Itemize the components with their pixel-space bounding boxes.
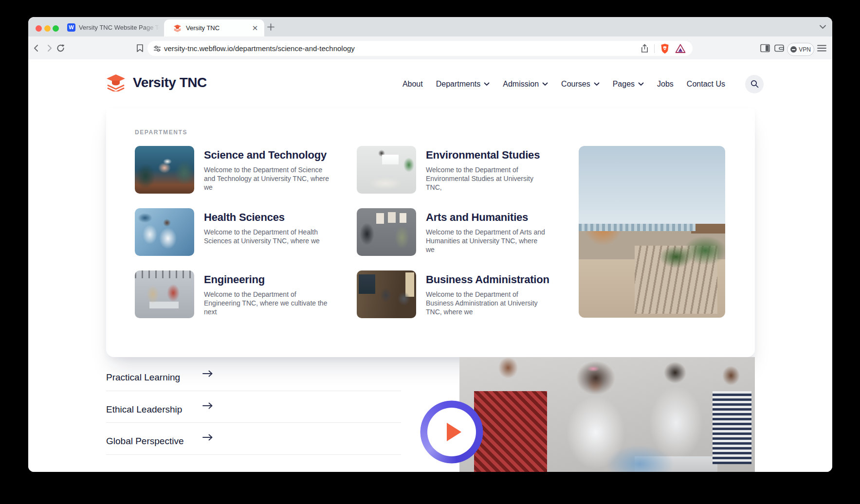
engineering-thumbnail xyxy=(135,270,194,318)
department-title: Science and Technology xyxy=(204,149,331,162)
video-play-button[interactable] xyxy=(427,408,476,456)
nav-pages[interactable]: Pages xyxy=(613,80,644,89)
business-administration-thumbnail xyxy=(357,270,416,318)
menu-hamburger-icon[interactable] xyxy=(817,44,826,52)
nav-courses[interactable]: Courses xyxy=(561,80,600,89)
departments-dropdown-panel: DEPARTMENTS Science and Technology Welco… xyxy=(106,108,755,357)
departments-grid: Science and Technology Welcome to the De… xyxy=(135,146,579,318)
feature-row-global-perspective[interactable]: Global Perspective xyxy=(106,423,401,455)
toolbar-divider xyxy=(654,44,655,53)
tab-title: Versity TNC xyxy=(186,24,251,32)
dropdown-item-health-sciences[interactable]: Health Sciences Welcome to the Departmen… xyxy=(135,208,357,256)
macos-minimize-button[interactable] xyxy=(44,25,51,32)
url-bar[interactable]: versity-tnc.webflow.io/departments/scien… xyxy=(147,41,693,56)
search-button[interactable] xyxy=(745,75,764,93)
share-icon[interactable] xyxy=(640,44,649,53)
sidebar-toggle-icon[interactable] xyxy=(760,44,770,52)
browser-window: W Versity TNC Website Page Templ Versity… xyxy=(28,17,832,472)
webpage-viewport: Versity TNC About Departments Admission … xyxy=(28,59,832,472)
chevron-down-icon xyxy=(638,82,644,86)
tab-active[interactable]: Versity TNC ✕ xyxy=(164,19,264,36)
main-nav: About Departments Admission Courses Page… xyxy=(403,59,725,108)
new-tab-icon[interactable] xyxy=(267,23,275,31)
search-icon xyxy=(750,80,759,88)
department-title: Health Sciences xyxy=(204,211,331,224)
health-sciences-thumbnail xyxy=(135,208,194,256)
dropdown-item-science-and-technology[interactable]: Science and Technology Welcome to the De… xyxy=(135,146,357,194)
environmental-studies-thumbnail xyxy=(357,146,416,194)
nav-contact-us[interactable]: Contact Us xyxy=(687,80,725,89)
chevron-down-icon xyxy=(484,82,490,86)
feature-row-innovation[interactable]: Innovation and Entrepreneurship xyxy=(106,455,401,472)
reload-icon[interactable] xyxy=(56,43,65,53)
dropdown-label: DEPARTMENTS xyxy=(135,129,187,136)
screenshot-stage: W Versity TNC Website Page Templ Versity… xyxy=(0,0,860,504)
arrow-right-icon xyxy=(202,402,213,409)
forward-icon[interactable] xyxy=(45,44,54,53)
nav-departments[interactable]: Departments xyxy=(436,80,490,89)
back-icon[interactable] xyxy=(32,44,41,53)
brand-name: Versity TNC xyxy=(133,75,207,90)
department-title: Arts and Humanities xyxy=(426,211,547,224)
department-description: Welcome to the Department of Environment… xyxy=(426,165,547,192)
vpn-label: VPN xyxy=(799,46,811,53)
versity-logo-icon xyxy=(106,74,126,91)
nav-jobs[interactable]: Jobs xyxy=(657,80,674,89)
feature-row-ethical-leadership[interactable]: Ethical Leadership xyxy=(106,391,401,423)
department-description: Welcome to the Department of Health Scie… xyxy=(204,228,331,245)
features-list: Practical Learning Ethical Leadership Gl… xyxy=(106,359,401,472)
arrow-right-icon xyxy=(202,434,213,441)
tab-bar: W Versity TNC Website Page Templ Versity… xyxy=(28,17,832,36)
department-description: Welcome to the Department of Engineering… xyxy=(204,290,331,316)
site-logo[interactable]: Versity TNC xyxy=(106,74,207,91)
site-header: Versity TNC About Departments Admission … xyxy=(28,59,832,108)
tab-title: Versity TNC Website Page Templ xyxy=(79,24,160,31)
webflow-favicon-icon: W xyxy=(67,23,75,32)
macos-close-button[interactable] xyxy=(36,25,42,32)
department-description: Welcome to the Department of Arts and Hu… xyxy=(426,228,547,254)
arts-and-humanities-thumbnail xyxy=(357,208,416,256)
browser-toolbar: versity-tnc.webflow.io/departments/scien… xyxy=(28,36,832,59)
science-and-technology-thumbnail xyxy=(135,146,194,194)
arrow-right-icon xyxy=(202,370,213,377)
site-settings-tune-icon[interactable] xyxy=(153,44,162,53)
tab-inactive[interactable]: W Versity TNC Website Page Templ xyxy=(67,21,160,34)
campus-photo xyxy=(579,146,725,318)
nav-admission[interactable]: Admission xyxy=(503,80,548,89)
hero-video-image[interactable] xyxy=(459,357,755,472)
dropdown-item-business-administration[interactable]: Business Administration Welcome to the D… xyxy=(357,270,579,318)
feature-row-practical-learning[interactable]: Practical Learning xyxy=(106,359,401,391)
brave-shield-icon[interactable] xyxy=(660,43,670,54)
chevron-down-icon xyxy=(594,82,600,86)
dropdown-item-arts-and-humanities[interactable]: Arts and Humanities Welcome to the Depar… xyxy=(357,208,579,256)
wallet-icon[interactable] xyxy=(774,44,784,52)
department-description: Welcome to the Department of Business Ad… xyxy=(426,290,547,316)
nav-about[interactable]: About xyxy=(403,80,423,89)
macos-zoom-button[interactable] xyxy=(53,25,59,32)
department-title: Business Administration xyxy=(426,273,549,286)
tab-close-icon[interactable]: ✕ xyxy=(251,24,259,33)
play-icon xyxy=(447,423,461,441)
dropdown-item-environmental-studies[interactable]: Environmental Studies Welcome to the Dep… xyxy=(357,146,579,194)
department-title: Environmental Studies xyxy=(426,149,547,162)
tab-search-chevron-icon[interactable] xyxy=(819,24,826,29)
department-title: Engineering xyxy=(204,273,331,286)
vpn-badge[interactable]: VPN xyxy=(787,43,814,56)
bat-icon[interactable] xyxy=(675,44,686,54)
chevron-down-icon xyxy=(542,82,548,86)
bookmark-icon[interactable] xyxy=(136,43,144,53)
dropdown-item-engineering[interactable]: Engineering Welcome to the Department of… xyxy=(135,270,357,318)
url-text[interactable]: versity-tnc.webflow.io/departments/scien… xyxy=(164,41,355,56)
versity-favicon-icon xyxy=(173,24,182,32)
department-description: Welcome to the Department of Science and… xyxy=(204,165,331,192)
vpn-status-icon xyxy=(790,46,797,53)
